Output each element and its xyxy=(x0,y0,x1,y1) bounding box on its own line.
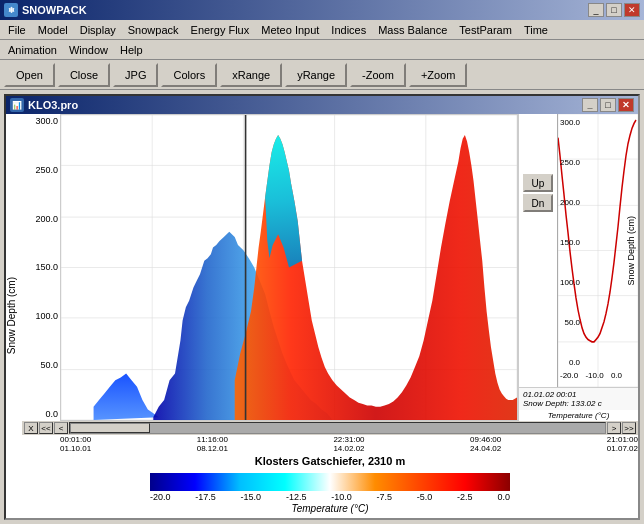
main-chart-svg-container[interactable] xyxy=(60,114,518,421)
open-button[interactable]: Open xyxy=(4,63,55,87)
y-tick-100: 100.0 xyxy=(35,311,58,321)
menu-help[interactable]: Help xyxy=(114,42,149,58)
close-button-tool[interactable]: Close xyxy=(58,63,110,87)
chart-container: Snow Depth (cm) 300.0 250.0 200.0 150.0 … xyxy=(6,114,638,518)
inner-window-controls[interactable]: _ □ ✕ xyxy=(582,98,634,112)
close-button[interactable]: ✕ xyxy=(624,3,640,17)
yrange-button[interactable]: yRange xyxy=(285,63,347,87)
y-tick-250: 250.0 xyxy=(35,165,58,175)
inner-maximize-button[interactable]: □ xyxy=(600,98,616,112)
menu-test-param[interactable]: TestParam xyxy=(453,22,518,38)
up-button[interactable]: Up xyxy=(523,174,553,192)
right-chart-x-label: Temperature (°C) xyxy=(519,410,638,421)
y-axis-label-container: Snow Depth (cm) xyxy=(6,114,22,518)
x-tick-0: 00:01:00 01.10.01 xyxy=(60,435,91,453)
colorbar-labels: -20.0 -17.5 -15.0 -12.5 -10.0 -7.5 -5.0 … xyxy=(150,492,510,502)
scroll-left-button[interactable]: < xyxy=(54,422,68,434)
inner-title-bar: 📊 KLO3.pro _ □ ✕ xyxy=(6,96,638,114)
app-icon: ❄ xyxy=(4,3,18,17)
chart-inner: 300.0 250.0 200.0 150.0 100.0 50.0 0.0 xyxy=(22,114,638,421)
toolbar: Open Close JPG Colors xRange yRange -Zoo… xyxy=(0,60,644,90)
x-tick-1: 11:16:00 08.12.01 xyxy=(197,435,228,453)
menu-window[interactable]: Window xyxy=(63,42,114,58)
x-tick-3: 09:46:00 24.04.02 xyxy=(470,435,501,453)
main-chart-svg xyxy=(61,115,517,420)
x-tick-2: 22:31:00 14.02.02 xyxy=(333,435,364,453)
inner-minimize-button[interactable]: _ xyxy=(582,98,598,112)
colorbar-axis-label: Temperature (°C) xyxy=(292,503,369,514)
app-window-controls[interactable]: _ □ ✕ xyxy=(588,3,640,17)
menu-snowpack[interactable]: Snowpack xyxy=(122,22,185,38)
menu-file[interactable]: File xyxy=(2,22,32,38)
y-tick-150: 150.0 xyxy=(35,262,58,272)
menu-bar-2: Animation Window Help xyxy=(0,40,644,60)
dn-button[interactable]: Dn xyxy=(523,194,553,212)
right-chart-x-ticks: -20.0 -10.0 0.0 xyxy=(558,369,624,387)
y-axis-ticks: 300.0 250.0 200.0 150.0 100.0 50.0 0.0 xyxy=(22,114,60,421)
colorbar-container: -20.0 -17.5 -15.0 -12.5 -10.0 -7.5 -5.0 … xyxy=(22,469,638,518)
minimize-button[interactable]: _ xyxy=(588,3,604,17)
y-tick-0: 0.0 xyxy=(45,409,58,419)
menu-model[interactable]: Model xyxy=(32,22,74,38)
menu-meteo-input[interactable]: Meteo Input xyxy=(255,22,325,38)
right-info-line1: 01.01.02 00:01 xyxy=(523,390,634,399)
menu-bar: File Model Display Snowpack Energy Flux … xyxy=(0,20,644,40)
scroll-area[interactable]: X << < > >> xyxy=(22,421,638,435)
right-info-line2: Snow Depth: 133.02 c xyxy=(523,399,634,408)
scroll-right-button[interactable]: > xyxy=(607,422,621,434)
maximize-button[interactable]: □ xyxy=(606,3,622,17)
y-axis-label: Snow Depth (cm) xyxy=(6,277,17,354)
chart-title: Klosters Gatschiefer, 2310 m xyxy=(22,453,638,469)
scroll-x-button[interactable]: X xyxy=(24,422,38,434)
y-tick-200: 200.0 xyxy=(35,214,58,224)
y-tick-300: 300.0 xyxy=(35,116,58,126)
jpg-button[interactable]: JPG xyxy=(113,63,158,87)
main-content: 📊 KLO3.pro _ □ ✕ Snow Depth (cm) 300 xyxy=(0,90,644,524)
scroll-thumb[interactable] xyxy=(70,423,150,433)
menu-energy-flux[interactable]: Energy Flux xyxy=(185,22,256,38)
right-y-axis-label: Snow Depth (cm) xyxy=(624,114,638,387)
inner-window-title: KLO3.pro xyxy=(28,99,78,111)
app-title-bar: ❄ SNOWPACK _ □ ✕ xyxy=(0,0,644,20)
zoom-out-button[interactable]: -Zoom xyxy=(350,63,406,87)
right-panel: Up Dn 300.0 250.0 200.0 150.0 xyxy=(518,114,638,421)
right-chart-info: 01.01.02 00:01 Snow Depth: 133.02 c xyxy=(519,387,638,410)
zoom-in-button[interactable]: +Zoom xyxy=(409,63,468,87)
right-chart-y-ticks: 300.0 250.0 200.0 150.0 100.0 50.0 0.0 xyxy=(560,118,580,367)
menu-animation[interactable]: Animation xyxy=(2,42,63,58)
menu-indices[interactable]: Indices xyxy=(325,22,372,38)
x-tick-4: 21:01:00 01.07.02 xyxy=(607,435,638,453)
x-axis-ticks: 00:01:00 01.10.01 11:16:00 08.12.01 22:3… xyxy=(22,435,638,453)
scroll-left-left-button[interactable]: << xyxy=(39,422,53,434)
y-tick-50: 50.0 xyxy=(40,360,58,370)
menu-display[interactable]: Display xyxy=(74,22,122,38)
inner-window-icon: 📊 xyxy=(10,98,24,112)
colorbar xyxy=(150,473,510,491)
app-title: SNOWPACK xyxy=(22,4,87,16)
inner-close-button[interactable]: ✕ xyxy=(618,98,634,112)
menu-time[interactable]: Time xyxy=(518,22,554,38)
menu-mass-balance[interactable]: Mass Balance xyxy=(372,22,453,38)
colors-button[interactable]: Colors xyxy=(161,63,217,87)
right-mini-chart: 300.0 250.0 200.0 150.0 100.0 50.0 0.0 xyxy=(557,114,638,387)
xrange-button[interactable]: xRange xyxy=(220,63,282,87)
inner-window: 📊 KLO3.pro _ □ ✕ Snow Depth (cm) 300 xyxy=(4,94,640,520)
main-chart: 300.0 250.0 200.0 150.0 100.0 50.0 0.0 xyxy=(22,114,638,518)
scroll-right-right-button[interactable]: >> xyxy=(622,422,636,434)
up-dn-controls: Up Dn xyxy=(519,114,557,387)
scroll-track[interactable] xyxy=(69,422,606,434)
